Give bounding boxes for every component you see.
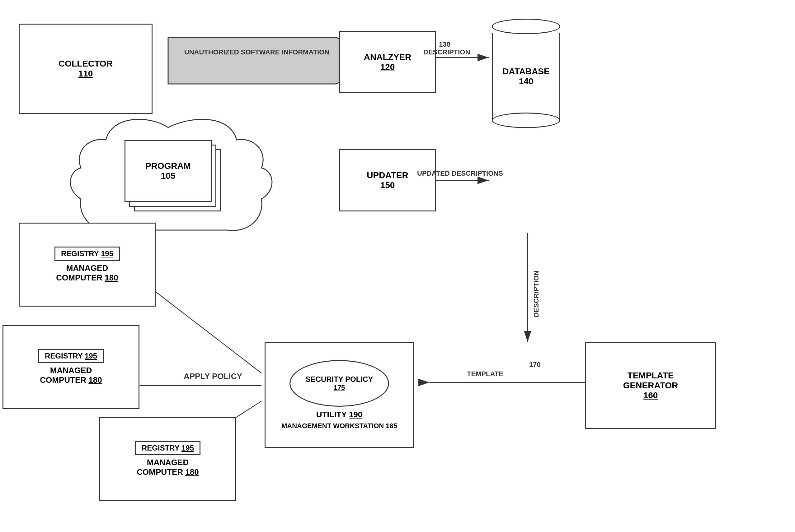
registry-inner-box-2: REGISTRY 195 [38, 349, 104, 363]
utility-label: UTILITY 190 [316, 410, 362, 419]
program-label: PROGRAM [145, 161, 191, 171]
svg-line-8 [140, 280, 261, 373]
apply-policy-label: APPLY POLICY [184, 372, 242, 381]
security-policy-oval: SECURITY POLICY 175 [289, 360, 389, 407]
managed-computer-2-label2: COMPUTER 180 [40, 375, 102, 385]
unauthorized-software-label: UNAUTHORIZED SOFTWARE INFORMATION [181, 48, 333, 56]
template-generator-box: TEMPLATE GENERATOR 160 [585, 342, 716, 429]
cylinder-body: DATABASE 140 [492, 33, 560, 120]
analyzer-box: ANALZYER 120 [339, 31, 436, 93]
managed-computer-1-label2: COMPUTER 180 [56, 273, 118, 283]
diagram: COLLECTOR 110 ANALZYER 120 UNAUTHORIZED … [0, 0, 795, 532]
cylinder-top [492, 19, 560, 34]
updated-descriptions-label: UPDATED DESCRIPTIONS [417, 169, 503, 177]
managed-computer-3-label: MANAGED [147, 458, 188, 467]
registry-inner-box-1: REGISTRY 195 [54, 247, 120, 261]
analyzer-number: 120 [380, 62, 395, 72]
cylinder-bottom-cap [492, 113, 560, 128]
managed-computer-3-box: REGISTRY 195 MANAGED COMPUTER 180 [99, 417, 236, 501]
updater-label: UPDATER [367, 170, 408, 180]
description-vertical-label: DESCRIPTION [532, 270, 540, 317]
security-policy-label: SECURITY POLICY [306, 375, 373, 384]
managed-computer-1-box: REGISTRY 195 MANAGED COMPUTER 180 [19, 223, 156, 307]
collector-box: COLLECTOR 110 [19, 24, 152, 114]
collector-label: COLLECTOR [58, 59, 113, 69]
template-generator-label: TEMPLATE [628, 370, 674, 381]
managed-computer-2-box: REGISTRY 195 MANAGED COMPUTER 180 [2, 325, 140, 409]
management-workstation-box: SECURITY POLICY 175 UTILITY 190 MANAGEME… [265, 342, 414, 448]
management-workstation-label: MANAGEMENT WORKSTATION 185 [282, 422, 397, 430]
label-130: 130 [439, 40, 450, 49]
managed-computer-1-label: MANAGED [66, 263, 108, 273]
updater-box: UPDATER 150 [339, 149, 436, 211]
template-label: TEMPLATE [467, 370, 503, 378]
program-number: 105 [161, 171, 176, 181]
managed-computer-3-label2: COMPUTER 180 [137, 467, 199, 477]
managed-computer-2-label: MANAGED [50, 366, 92, 375]
analyzer-label: ANALZYER [364, 52, 411, 62]
description-label-top: DESCRIPTION [423, 48, 470, 56]
template-generator-number: 160 [644, 391, 658, 400]
collector-number: 110 [78, 69, 93, 79]
label-170: 170 [529, 361, 541, 369]
updater-number: 150 [380, 180, 395, 190]
registry-inner-box-3: REGISTRY 195 [135, 441, 200, 455]
security-policy-number: 175 [334, 384, 345, 392]
database-cylinder: DATABASE 140 [492, 19, 560, 128]
template-generator-label2: GENERATOR [623, 381, 678, 391]
database-label: DATABASE 140 [502, 66, 549, 87]
